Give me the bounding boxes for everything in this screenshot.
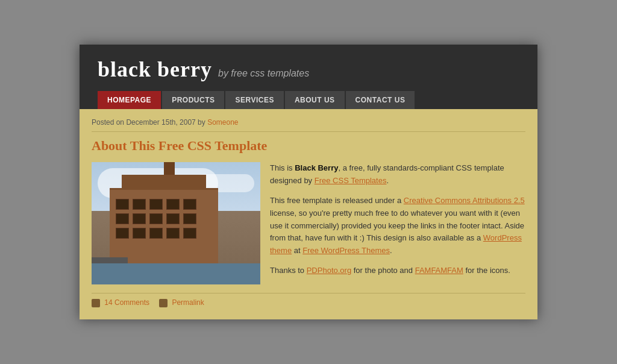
site-tagline: by free css templates [218, 68, 309, 79]
post-title: About This Free CSS Template [92, 138, 525, 154]
nav-item-services[interactable]: SERVICES [225, 91, 283, 109]
paragraph-3: Thanks to PDPhoto.org for the photo and … [270, 265, 525, 277]
nav-item-about-us[interactable]: ABOUT US [285, 91, 345, 109]
comments-link[interactable]: 14 Comments [104, 298, 149, 307]
site-title: black berry by free css templates [98, 57, 519, 91]
nav-item-contact-us[interactable]: CONTACT US [346, 91, 415, 109]
footer-item-permalink: Permalink [159, 298, 204, 307]
post-image [92, 162, 260, 284]
paragraph-1: This is Black Berry, a free, fully stand… [270, 162, 525, 187]
page-wrapper: black berry by free css templates HOMEPA… [80, 45, 537, 319]
header: black berry by free css templates HOMEPA… [80, 45, 537, 109]
nav-item-homepage[interactable]: HOMEPAGE [98, 91, 161, 109]
permalink-link[interactable]: Permalink [172, 298, 204, 307]
nav-item-products[interactable]: PRODUCTS [162, 91, 224, 109]
cc-license-link[interactable]: Creative Commons Attributions 2.5 [404, 196, 525, 205]
free-css-link[interactable]: Free CSS Templates [315, 176, 387, 185]
post-author[interactable]: Someone [207, 118, 238, 127]
site-name: black berry [98, 57, 212, 82]
post-date: Posted on December 15th, 2007 by [92, 118, 205, 127]
permalink-icon [159, 299, 168, 307]
main-nav: HOMEPAGE PRODUCTS SERVICES ABOUT US CONT… [98, 91, 519, 109]
paragraph-2: This free template is released under a C… [270, 195, 525, 257]
famfam-link[interactable]: FAMFAMFAM [415, 266, 463, 275]
pdphoto-link[interactable]: PDPhoto.org [307, 266, 351, 275]
post-meta: Posted on December 15th, 2007 by Someone [92, 118, 525, 132]
post-body: This is Black Berry, a free, fully stand… [92, 162, 525, 284]
comments-icon [92, 299, 100, 307]
building-image [92, 162, 260, 284]
post-text: This is Black Berry, a free, fully stand… [270, 162, 525, 284]
footer-item-comments: 14 Comments [92, 298, 149, 307]
content-area: Posted on December 15th, 2007 by Someone… [80, 109, 537, 319]
free-wp-themes-link[interactable]: Free WordPress Themes [302, 246, 390, 255]
post-footer: 14 Comments Permalink [92, 293, 525, 307]
